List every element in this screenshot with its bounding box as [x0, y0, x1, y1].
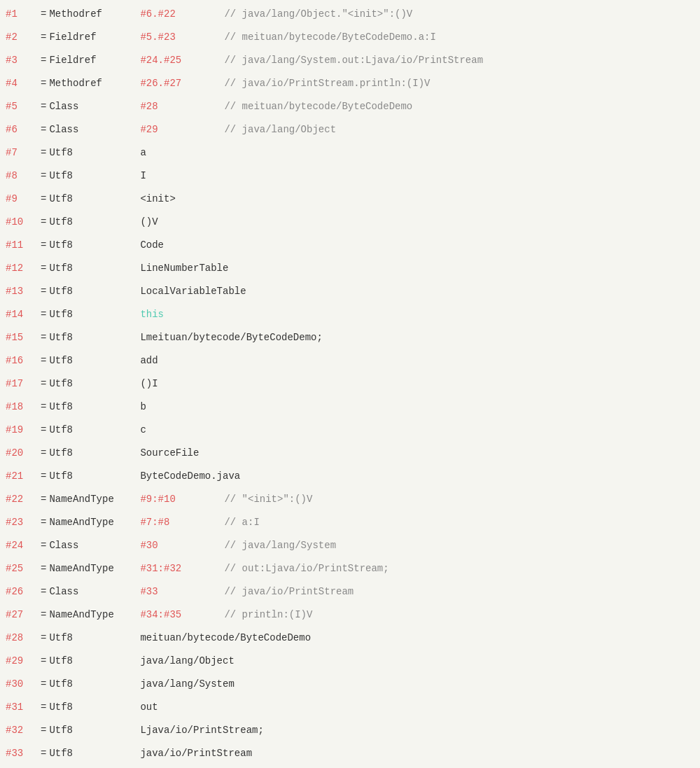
equals-sign: = [41, 280, 46, 303]
constant-ref: println [140, 765, 224, 768]
equals-sign: = [41, 95, 46, 118]
equals-sign: = [41, 72, 46, 95]
table-row: #28= Utf8meituan/bytecode/ByteCodeDemo [0, 627, 700, 650]
constant-type: Utf8 [49, 419, 140, 442]
equals-sign: = [41, 442, 46, 465]
equals-sign: = [41, 465, 46, 488]
constant-ref: #29 [140, 118, 224, 141]
table-row: #32= Utf8Ljava/io/PrintStream; [0, 719, 700, 742]
table-row: #12= Utf8LineNumberTable [0, 257, 700, 280]
constant-type: Fieldref [49, 26, 140, 49]
table-row: #15= Utf8Lmeituan/bytecode/ByteCodeDemo; [0, 326, 700, 349]
equals-sign: = [41, 118, 46, 141]
constant-type: Utf8 [49, 349, 140, 372]
constant-type: Utf8 [49, 396, 140, 419]
constant-index: #20 [6, 442, 41, 465]
equals-sign: = [41, 372, 46, 396]
constant-ref: #26.#27 [140, 72, 224, 95]
constant-index: #26 [6, 580, 41, 603]
constant-index: #14 [6, 303, 41, 326]
constant-ref: #7:#8 [140, 511, 224, 534]
equals-sign: = [41, 719, 46, 742]
constant-type: Utf8 [49, 165, 140, 188]
constant-comment: // meituan/bytecode/ByteCodeDemo [224, 95, 412, 118]
constant-index: #6 [6, 118, 41, 141]
table-row: #14= Utf8this [0, 303, 700, 326]
table-row: #5= Class#28 // meituan/bytecode/ByteCod… [0, 95, 700, 118]
table-row: #6= Class#29 // java/lang/Object [0, 118, 700, 141]
constant-ref: <init> [140, 188, 224, 211]
constant-ref: #30 [140, 534, 224, 557]
table-row: #31= Utf8out [0, 696, 700, 719]
table-row: #1= Methodref#6.#22 // java/lang/Object.… [0, 3, 700, 26]
constant-type: Utf8 [49, 372, 140, 396]
constant-ref: add [140, 349, 224, 372]
constant-type: Methodref [49, 72, 140, 95]
equals-sign: = [41, 696, 46, 719]
constant-type: Utf8 [49, 326, 140, 349]
constant-ref: #31:#32 [140, 557, 224, 580]
table-row: #3= Fieldref#24.#25 // java/lang/System.… [0, 49, 700, 72]
table-row: #23= NameAndType#7:#8 // a:I [0, 511, 700, 534]
equals-sign: = [41, 742, 46, 765]
constant-type: Class [49, 534, 140, 557]
constant-ref: LocalVariableTable [140, 280, 246, 303]
constant-ref: I [140, 165, 224, 188]
equals-sign: = [41, 188, 46, 211]
equals-sign: = [41, 257, 46, 280]
constant-index: #5 [6, 95, 41, 118]
constant-type: Utf8 [49, 742, 140, 765]
constant-comment: // java/lang/Object [224, 118, 336, 141]
constant-ref: ByteCodeDemo.java [140, 465, 240, 488]
constant-ref: c [140, 419, 224, 442]
constant-type: Utf8 [49, 257, 140, 280]
equals-sign: = [41, 557, 46, 580]
constant-ref: #24.#25 [140, 49, 224, 72]
constant-index: #25 [6, 557, 41, 580]
constant-ref: ()V [140, 211, 224, 234]
table-row: #10= Utf8()V [0, 211, 700, 234]
constant-comment: // java/io/PrintStream.println:(I)V [224, 72, 430, 95]
constant-index: #8 [6, 165, 41, 188]
constant-index: #9 [6, 188, 41, 211]
table-row: #18= Utf8b [0, 396, 700, 419]
constant-type: Utf8 [49, 765, 140, 768]
constant-ref: this [140, 303, 224, 326]
constant-type: Utf8 [49, 465, 140, 488]
constant-comment: // java/lang/System.out:Ljava/io/PrintSt… [224, 49, 483, 72]
constant-type: NameAndType [49, 603, 140, 627]
table-row: #26= Class#33 // java/io/PrintStream [0, 580, 700, 603]
constant-ref: java/lang/System [140, 673, 234, 696]
table-row: #34= Utf8println [0, 765, 700, 768]
constant-ref: LineNumberTable [140, 257, 228, 280]
equals-sign: = [41, 603, 46, 627]
constant-type: Utf8 [49, 696, 140, 719]
constant-index: #30 [6, 673, 41, 696]
table-row: #21= Utf8ByteCodeDemo.java [0, 465, 700, 488]
constant-ref: #5.#23 [140, 26, 224, 49]
constant-ref: b [140, 396, 224, 419]
equals-sign: = [41, 211, 46, 234]
constant-index: #24 [6, 534, 41, 557]
constant-index: #16 [6, 349, 41, 372]
constant-ref: #9:#10 [140, 488, 224, 511]
constant-ref: Code [140, 234, 224, 257]
constant-comment: // println:(I)V [224, 603, 312, 627]
constant-type: Utf8 [49, 673, 140, 696]
constant-comment: // "<init>":()V [224, 488, 312, 511]
constant-index: #22 [6, 488, 41, 511]
table-row: #30= Utf8java/lang/System [0, 673, 700, 696]
constant-index: #33 [6, 742, 41, 765]
constant-index: #15 [6, 326, 41, 349]
constant-pool-table: #1= Methodref#6.#22 // java/lang/Object.… [0, 0, 700, 768]
equals-sign: = [41, 396, 46, 419]
constant-type: Utf8 [49, 719, 140, 742]
constant-comment: // java/lang/System [224, 534, 336, 557]
table-row: #9= Utf8<init> [0, 188, 700, 211]
constant-type: Utf8 [49, 442, 140, 465]
constant-type: Utf8 [49, 280, 140, 303]
constant-type: Fieldref [49, 49, 140, 72]
constant-index: #4 [6, 72, 41, 95]
equals-sign: = [41, 419, 46, 442]
constant-type: Methodref [49, 3, 140, 26]
